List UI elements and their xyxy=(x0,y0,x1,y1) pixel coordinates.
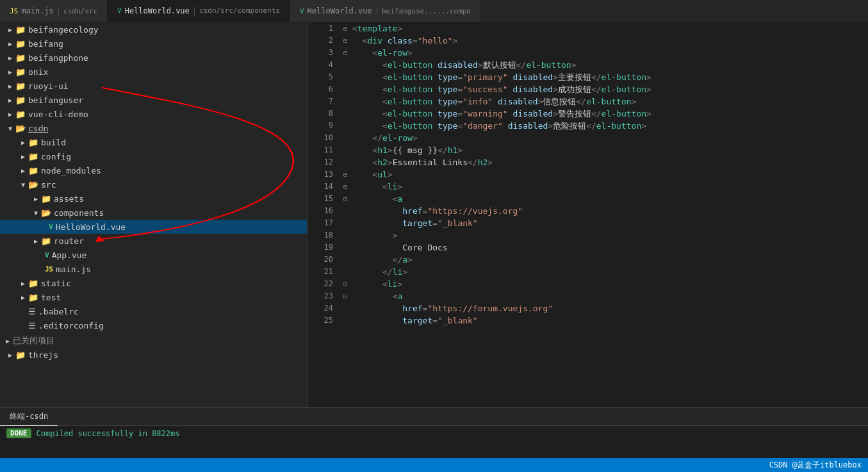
sidebar-item-editorconfig[interactable]: ☰ .editorconfig xyxy=(0,318,307,332)
sidebar-item-ruoyi-ui[interactable]: ▶ 📁 ruoyi-ui xyxy=(0,79,307,93)
sidebar-item-static[interactable]: ▶ 📁 static xyxy=(0,276,307,290)
tab-main-js-icon: JS xyxy=(10,7,18,15)
ln-14: 14 xyxy=(318,181,333,193)
code-line-14: ⊟ <li> xyxy=(343,181,868,193)
ln-6: 6 xyxy=(318,83,333,95)
code-line-21: ⊟ </li> xyxy=(343,266,868,278)
line-numbers: 1 2 3 4 5 6 7 8 9 10 11 12 13 14 15 16 1… xyxy=(307,22,338,407)
code-line-16: ⊟ href="https://vuejs.org" xyxy=(343,205,868,217)
ln-15: 15 xyxy=(318,193,333,205)
ln-2: 2 xyxy=(318,35,333,47)
code-line-20: ⊟ </a> xyxy=(343,254,868,266)
sidebar-item-app-vue[interactable]: V App.vue xyxy=(0,248,307,262)
code-line-17: ⊟ target="_blank" xyxy=(343,217,868,229)
sidebar-item-threejs[interactable]: ▶ 📁 threjs xyxy=(0,348,307,362)
folder-icon-ruoyi-ui: 📁 xyxy=(15,81,26,91)
folder-icon-build: 📁 xyxy=(28,138,38,147)
sidebar-label-src: src xyxy=(41,180,56,190)
sidebar-item-router[interactable]: ▶ 📁 router xyxy=(0,234,307,248)
fold-15[interactable]: ⊟ xyxy=(343,193,352,205)
code-container: 1 2 3 4 5 6 7 8 9 10 11 12 13 14 15 16 1… xyxy=(307,22,868,407)
arrow-test: ▶ xyxy=(18,294,28,301)
tab-helloworld2-label: HelloWorld.vue xyxy=(307,6,372,15)
sidebar-label-beifangphone: beifangphone xyxy=(28,53,88,63)
fold-3[interactable]: ⊟ xyxy=(343,47,352,59)
folder-icon-beifangecology: 📁 xyxy=(15,25,26,35)
sidebar-item-components[interactable]: ▼ 📂 components xyxy=(0,206,307,220)
fold-1[interactable]: ⊟ xyxy=(343,22,352,35)
sidebar-item-onix[interactable]: ▶ 📁 onix xyxy=(0,65,307,79)
code-line-4: ⊟ <el-button disabled>默认按钮</el-button> xyxy=(343,59,868,71)
code-line-22: ⊟ <li> xyxy=(343,278,868,290)
sidebar-item-src[interactable]: ▼ 📂 src xyxy=(0,177,307,191)
sidebar-item-csdn[interactable]: ▼ 📂 csdn xyxy=(0,121,307,135)
folder-icon-onix: 📁 xyxy=(15,67,26,77)
arrow-csdn: ▼ xyxy=(5,125,15,132)
terminal-tab[interactable]: 终端-csdn xyxy=(0,408,58,426)
code-line-2: ⊟ <div class="hello"> xyxy=(343,35,868,47)
sidebar-item-beifangphone[interactable]: ▶ 📁 beifangphone xyxy=(0,51,307,65)
sidebar-item-helloworld[interactable]: V HelloWorld.vue xyxy=(0,220,307,234)
sidebar-item-node-modules[interactable]: ▶ 📁 node_modules xyxy=(0,163,307,177)
file-icon-editorconfig: ☰ xyxy=(28,321,36,330)
tab-main-js[interactable]: JS main.js | csdn/src xyxy=(0,0,108,22)
fold-2[interactable]: ⊟ xyxy=(343,35,352,47)
sidebar-label-router: router xyxy=(54,236,84,246)
ln-1: 1 xyxy=(318,22,333,35)
fold-22[interactable]: ⊟ xyxy=(343,278,352,290)
tab-main-js-label: main.js xyxy=(21,6,54,15)
arrow-config: ▶ xyxy=(18,153,28,160)
sidebar-item-beifanguser[interactable]: ▶ 📁 beifanguser xyxy=(0,93,307,107)
arrow-ruoyi-ui: ▶ xyxy=(5,83,15,90)
sidebar-label-static: static xyxy=(41,279,71,288)
ln-13: 13 xyxy=(318,168,333,181)
sidebar-item-babelrc[interactable]: ☰ .babelrc xyxy=(0,304,307,318)
sidebar-label-beifanguser: beifanguser xyxy=(28,95,83,105)
arrow-beifangecology: ▶ xyxy=(5,26,15,33)
sidebar-item-test[interactable]: ▶ 📁 test xyxy=(0,290,307,304)
folder-icon-assets: 📁 xyxy=(41,194,51,204)
editor-area[interactable]: 1 2 3 4 5 6 7 8 9 10 11 12 13 14 15 16 1… xyxy=(307,22,868,407)
sidebar-item-beifangecology[interactable]: ▶ 📁 beifangecology xyxy=(0,22,307,37)
sidebar-item-beifang[interactable]: ▶ 📁 beifang xyxy=(0,37,307,51)
sidebar-label-helloworld: HelloWorld.vue xyxy=(56,222,126,232)
ln-16: 16 xyxy=(318,205,333,217)
tab-helloworld-vue[interactable]: V HelloWorld.vue | csdn/src/components xyxy=(108,0,290,22)
folder-icon-static: 📁 xyxy=(28,279,38,288)
fold-13[interactable]: ⊟ xyxy=(343,168,352,181)
code-line-11: ⊟ <h1>{{ msg }}</h1> xyxy=(343,144,868,156)
vue-icon-app: V xyxy=(45,251,49,259)
sidebar-item-main-js[interactable]: JS main.js xyxy=(0,262,307,276)
sidebar-label-app-vue: App.vue xyxy=(52,250,87,260)
sidebar-item-build[interactable]: ▶ 📁 build xyxy=(0,135,307,149)
folder-icon-config: 📁 xyxy=(28,152,38,161)
code-line-1: ⊟ <template> xyxy=(343,22,868,35)
sidebar-item-config[interactable]: ▶ 📁 config xyxy=(0,149,307,163)
sidebar-item-vue-cli-demo[interactable]: ▶ 📁 vue-cli-demo xyxy=(0,107,307,121)
ln-7: 7 xyxy=(318,95,333,108)
ln-3: 3 xyxy=(318,47,333,59)
sidebar-item-assets[interactable]: ▶ 📁 assets xyxy=(0,191,307,206)
ln-12: 12 xyxy=(318,156,333,168)
code-lines: ⊟ <template> ⊟ <div class="hello"> ⊟ <el… xyxy=(338,22,868,407)
tab-helloworld-vue-2[interactable]: V HelloWorld.vue | beifanguse......compo xyxy=(290,0,481,22)
folder-icon-components: 📂 xyxy=(41,208,51,218)
ln-24: 24 xyxy=(318,302,333,314)
tab-separator3: | xyxy=(375,6,379,15)
code-line-10: ⊟ </el-row> xyxy=(343,132,868,144)
ln-25: 25 xyxy=(318,314,333,327)
sidebar-item-closed-section[interactable]: ▶ 已关闭项目 xyxy=(0,334,307,348)
code-line-19: ⊟ Core Docs xyxy=(343,241,868,254)
fold-23[interactable]: ⊟ xyxy=(343,290,352,302)
tab-helloworld2-icon: V xyxy=(300,7,304,15)
code-line-7: ⊟ <el-button type="info" disabled>信息按钮</… xyxy=(343,95,868,108)
fold-14[interactable]: ⊟ xyxy=(343,181,352,193)
arrow-src: ▼ xyxy=(18,181,28,188)
code-line-23: ⊟ <a xyxy=(343,290,868,302)
sidebar-label-beifangecology: beifangecology xyxy=(28,25,99,35)
ln-10: 10 xyxy=(318,132,333,144)
folder-icon-beifanguser: 📁 xyxy=(15,95,26,105)
arrow-closed: ▶ xyxy=(3,338,13,345)
code-line-13: ⊟ <ul> xyxy=(343,168,868,181)
arrow-build: ▶ xyxy=(18,139,28,146)
